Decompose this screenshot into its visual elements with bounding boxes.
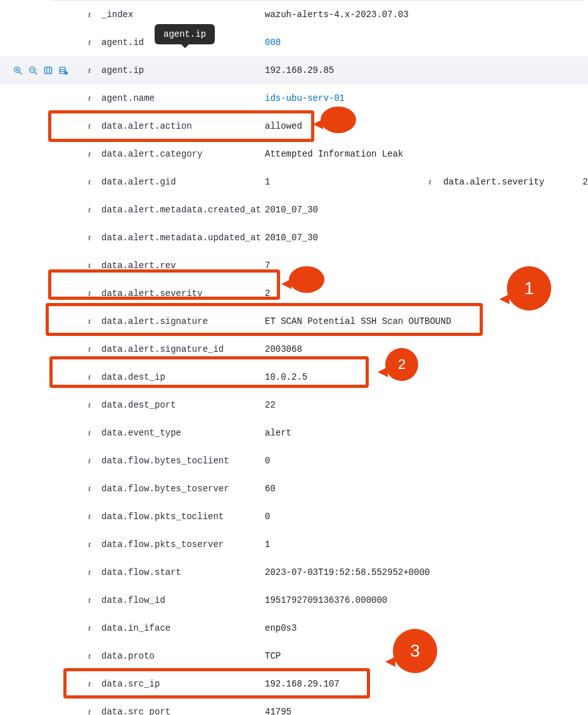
field-type-icon: t [82,65,96,75]
field-row: tdata.alert.gid1tdata.alert.severity2 [0,168,588,196]
field-name: data.alert.metadata.updated_at [96,233,261,243]
field-value: ET SCAN Potential SSH Scan OUTBOUND [261,316,588,326]
annotation-callout-3: 3 [393,629,437,673]
field-row: tagent.nameids-ubu-serv-01 [0,84,588,112]
svg-line-5 [34,72,37,74]
field-type-icon: t [82,205,96,215]
field-name: data.dest_ip [96,372,261,382]
field-row: tdata.alert.metadata.updated_at2010_07_3… [0,224,588,252]
field-name: data.src_ip [96,679,261,689]
field-value: alert [261,428,588,438]
annotation-callout-1: 1 [507,266,551,311]
field-name: data.flow.bytes_toclient [96,456,261,466]
filter-out-icon[interactable] [28,65,38,75]
field-row: tdata.flow.bytes_toclient0 [0,447,588,475]
field-name: agent.name [96,93,261,103]
field-name: data.alert.signature [96,316,261,326]
field-value: 1 [261,539,588,550]
svg-rect-7 [44,67,51,74]
field-type-icon: t [82,428,96,438]
field-type-icon: t [82,261,96,271]
field-type-icon: t [82,316,96,326]
field-row: tdata.dest_ip10.0.2.5 [0,363,588,391]
field-name: data.alert.category [96,149,261,159]
field-type-icon: t [82,651,96,661]
toggle-column-icon[interactable] [43,65,53,75]
field-row: tdata.flow.pkts_toclient0 [0,503,588,531]
field-value-link[interactable]: 008 [261,37,588,48]
add-to-table-icon[interactable] [58,65,68,75]
field-type-icon: t [82,595,96,605]
field-name: data.alert.severity [96,288,261,299]
field-value: 60 [261,484,588,494]
field-type-icon: t [82,512,96,522]
field-type-icon: t [82,707,96,715]
field-value: 2010_07_30 [261,205,588,215]
field-name: data.flow_id [96,595,261,605]
row-actions [0,65,82,75]
field-name: data.event_type [96,428,261,438]
field-name: agent.ip [96,65,261,75]
field-row: tagent.id008 [0,29,588,56]
field-type-icon: t [82,149,96,159]
field-type-icon: t [82,623,96,633]
field-value: 2 [583,177,588,187]
tooltip: agent.ip [155,24,215,44]
field-value: 192.168.29.85 [261,65,588,75]
field-value: 0 [261,456,588,466]
field-row: tdata.alert.signature_id2003068 [0,335,588,363]
field-table: t_indexwazuh-alerts-4.x-2023.07.03tagent… [0,1,588,715]
field-row: tagent.ip192.168.29.85 [0,56,588,84]
field-value: allowed [261,121,588,131]
field-value: 1951792709136376.000000 [261,595,588,605]
field-value: 192.168.29.107 [261,679,588,689]
field-row: tdata.src_ip192.168.29.107 [0,670,588,698]
field-value: Attempted Information Leak [261,149,588,159]
field-name: data.alert.metadata.created_at [96,205,261,215]
field-name: data.alert.rev [96,261,261,271]
field-row: t_indexwazuh-alerts-4.x-2023.07.03 [0,1,588,29]
field-row: tdata.flow_id1951792709136376.000000 [0,586,588,614]
field-row: tdata.alert.actionallowed [0,112,588,140]
field-value: 2023-07-03T19:52:58.552952+0000 [261,567,588,577]
field-type-icon: t [423,177,437,187]
annotation-callout-empty-2 [289,266,324,293]
svg-rect-10 [60,67,65,74]
field-value: 10.0.2.5 [261,372,588,382]
filter-in-icon[interactable] [13,65,23,75]
field-type-icon: t [82,372,96,382]
field-name: data.in_iface [96,623,261,633]
field-value: 41795 [261,707,588,715]
svg-line-1 [19,72,22,74]
field-row: tdata.event_typealert [0,419,588,447]
field-type-icon: t [82,567,96,577]
field-type-icon: t [82,400,96,410]
field-name: data.flow.bytes_toserver [96,484,261,494]
field-value-link[interactable]: ids-ubu-serv-01 [261,93,588,103]
field-name: data.alert.action [96,121,261,131]
field-value: 1 [261,177,354,187]
field-name: data.alert.severity [437,177,583,187]
field-type-icon: t [82,344,96,354]
field-row: tdata.flow.pkts_toserver1 [0,531,588,558]
field-row: tdata.flow.start2023-07-03T19:52:58.5529… [0,558,588,586]
field-row: tdata.protoTCP [0,642,588,670]
field-type-icon: t [82,456,96,466]
field-name: data.alert.signature_id [96,344,261,354]
annotation-callout-2: 2 [385,348,418,381]
field-value: 0 [261,512,588,522]
field-row: tdata.src_port41795 [0,698,588,715]
field-type-icon: t [82,121,96,131]
field-row: tdata.in_ifaceenp0s3 [0,614,588,642]
field-row: tdata.dest_port22 [0,391,588,419]
field-name: data.flow.start [96,567,261,577]
field-name: data.flow.pkts_toclient [96,512,261,522]
field-type-icon: t [82,233,96,243]
field-name: data.dest_port [96,400,261,410]
field-name: _index [96,10,261,20]
field-value: 22 [261,400,588,410]
field-type-icon: t [82,93,96,103]
field-type-icon: t [82,288,96,299]
field-type-icon: t [82,539,96,550]
field-name: data.flow.pkts_toserver [96,539,261,550]
